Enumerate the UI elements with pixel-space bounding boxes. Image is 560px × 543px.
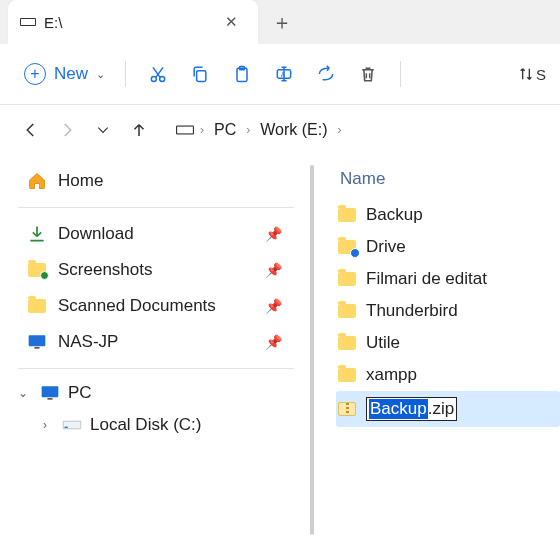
file-name: Thunderbird	[366, 301, 458, 321]
up-button[interactable]	[124, 115, 154, 145]
file-name: Utile	[366, 333, 400, 353]
folder-icon	[338, 240, 356, 254]
sidebar-item-scanned[interactable]: Scanned Documents 📌	[14, 288, 304, 324]
monitor-icon	[26, 333, 48, 351]
chevron-down-icon[interactable]: ⌄	[14, 386, 32, 400]
new-button[interactable]: + New ⌄	[18, 59, 111, 89]
back-button[interactable]	[16, 115, 46, 145]
svg-point-3	[160, 77, 165, 82]
sidebar-item-nas[interactable]: NAS-JP 📌	[14, 324, 304, 360]
pane-resizer[interactable]	[310, 155, 316, 543]
sidebar-local-disk[interactable]: › Local Disk (C:)	[14, 409, 304, 441]
sidebar-local-disk-label: Local Disk (C:)	[90, 415, 201, 435]
new-button-label: New	[54, 64, 88, 84]
crumb-pc[interactable]: PC	[210, 119, 240, 141]
plus-circle-icon: +	[24, 63, 46, 85]
svg-rect-10	[177, 127, 193, 134]
sort-button[interactable]: S	[514, 56, 550, 92]
rename-rest: .zip	[428, 399, 454, 419]
file-name: Drive	[366, 237, 406, 257]
folder-row[interactable]: Backup	[336, 199, 560, 231]
file-name: Backup	[366, 205, 423, 225]
pin-icon: 📌	[265, 262, 282, 278]
chevron-down-icon: ⌄	[96, 68, 105, 81]
svg-rect-11	[29, 335, 46, 346]
sidebar-item-download[interactable]: Download 📌	[14, 216, 304, 252]
file-row-renaming[interactable]: Backup.zip	[336, 391, 560, 427]
copy-button[interactable]	[182, 56, 218, 92]
sidebar-item-label: Scanned Documents	[58, 296, 216, 316]
folder-row[interactable]: Thunderbird	[336, 295, 560, 327]
tabs-bar: E:\ ✕ ＋	[0, 0, 560, 44]
delete-button[interactable]	[350, 56, 386, 92]
share-button[interactable]	[308, 56, 344, 92]
rename-button[interactable]: A	[266, 56, 302, 92]
svg-text:A: A	[281, 71, 286, 78]
folder-row[interactable]: Utile	[336, 327, 560, 359]
close-tab-button[interactable]: ✕	[219, 11, 244, 33]
chevron-right-icon: ›	[246, 123, 250, 137]
drive-icon	[20, 14, 36, 30]
cut-button[interactable]	[140, 56, 176, 92]
pin-icon: 📌	[265, 226, 282, 242]
nav-row: › PC › Work (E:) ›	[0, 105, 560, 155]
crumb-drive[interactable]: Work (E:)	[256, 119, 331, 141]
folder-row[interactable]: Drive	[336, 231, 560, 263]
command-bar: + New ⌄ A S	[0, 44, 560, 105]
folder-icon	[338, 272, 356, 286]
separator	[18, 368, 294, 369]
folder-icon	[26, 299, 48, 313]
drive-icon	[176, 123, 194, 137]
address-bar[interactable]: › PC › Work (E:) ›	[170, 115, 550, 145]
sidebar-item-screenshots[interactable]: Screenshots 📌	[14, 252, 304, 288]
active-tab[interactable]: E:\ ✕	[8, 0, 258, 44]
paste-button[interactable]	[224, 56, 260, 92]
pin-icon: 📌	[265, 298, 282, 314]
svg-rect-4	[197, 71, 206, 82]
home-icon	[26, 171, 48, 191]
monitor-icon	[40, 384, 60, 402]
folder-row[interactable]: Filmari de editat	[336, 263, 560, 295]
new-tab-button[interactable]: ＋	[258, 9, 306, 36]
folder-icon	[338, 304, 356, 318]
disk-icon	[62, 417, 82, 433]
file-name: xampp	[366, 365, 417, 385]
chevron-right-icon[interactable]: ›	[36, 418, 54, 432]
separator	[125, 61, 126, 87]
file-name: Filmari de editat	[366, 269, 487, 289]
download-icon	[26, 224, 48, 244]
navigation-pane: Home Download 📌 Screenshots 📌 Scanned Do…	[0, 155, 310, 543]
sidebar-item-label: Screenshots	[58, 260, 153, 280]
svg-rect-17	[65, 427, 68, 428]
folder-icon	[338, 368, 356, 382]
svg-point-2	[151, 77, 156, 82]
folder-icon	[338, 336, 356, 350]
rename-input[interactable]: Backup.zip	[366, 397, 457, 421]
folder-icon	[338, 208, 356, 222]
separator	[18, 207, 294, 208]
svg-rect-14	[48, 398, 53, 400]
chevron-right-icon: ›	[338, 123, 342, 137]
content-area: Home Download 📌 Screenshots 📌 Scanned Do…	[0, 155, 560, 543]
sidebar-home-label: Home	[58, 171, 103, 191]
svg-rect-1	[21, 19, 35, 25]
pin-icon: 📌	[265, 334, 282, 350]
zip-icon	[338, 402, 356, 416]
rename-selection: Backup	[369, 399, 428, 419]
forward-button[interactable]	[52, 115, 82, 145]
sort-label-fragment: S	[536, 66, 546, 83]
column-header-name[interactable]: Name	[336, 163, 560, 199]
sidebar-home[interactable]: Home	[14, 163, 304, 199]
separator	[400, 61, 401, 87]
sidebar-pc[interactable]: ⌄ PC	[14, 377, 304, 409]
file-list: Name Backup Drive Filmari de editat Thun…	[316, 155, 560, 543]
svg-rect-13	[42, 386, 59, 397]
tab-title: E:\	[44, 14, 211, 31]
recent-locations-button[interactable]	[88, 115, 118, 145]
chevron-right-icon: ›	[200, 123, 204, 137]
folder-row[interactable]: xampp	[336, 359, 560, 391]
sidebar-pc-label: PC	[68, 383, 92, 403]
folder-icon	[26, 263, 48, 277]
sidebar-item-label: Download	[58, 224, 134, 244]
sidebar-item-label: NAS-JP	[58, 332, 118, 352]
